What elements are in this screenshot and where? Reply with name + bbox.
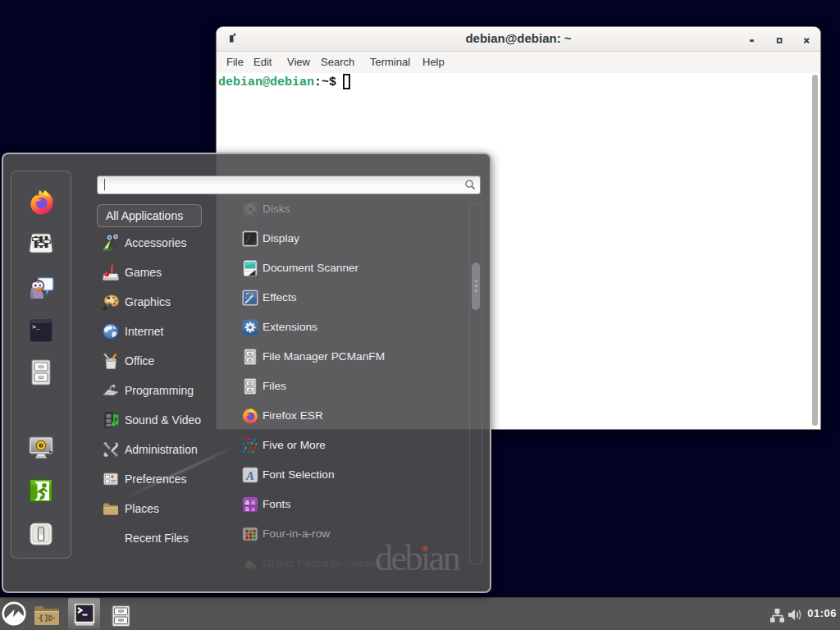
svg-text:A: A xyxy=(245,469,254,482)
svg-text:a: a xyxy=(251,504,254,513)
svg-text:>_: >_ xyxy=(32,323,40,331)
svg-text:a: a xyxy=(245,504,249,513)
